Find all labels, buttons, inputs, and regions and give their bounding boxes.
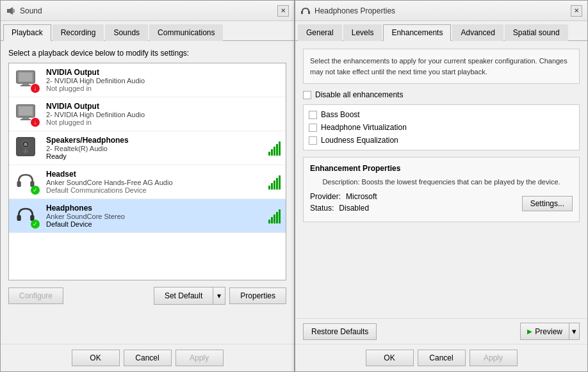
sound-window-title: Sound	[20, 6, 42, 15]
apply-button[interactable]: Apply	[176, 350, 224, 366]
device-name: NVIDIA Output	[46, 102, 281, 111]
device-sub: Anker SoundCore Stereo	[46, 213, 262, 220]
headphones-window-icon	[300, 6, 311, 16]
bar	[268, 152, 270, 156]
svg-rect-4	[22, 83, 29, 85]
headphones-apply-button[interactable]: Apply	[470, 350, 518, 366]
provider-value: Microsoft	[346, 192, 377, 201]
device-info: Headphones Anker SoundCore Stereo Defaul…	[46, 204, 262, 228]
ok-button[interactable]: OK	[72, 350, 120, 366]
device-icon-wrap: ✓	[14, 169, 40, 195]
bar	[276, 212, 278, 223]
headphones-action-row: Restore Defaults ▶ Preview ▾	[295, 318, 587, 344]
description-label: Description:	[322, 178, 359, 186]
device-info: Speakers/Headphones 2- Realtek(R) Audio …	[46, 136, 262, 160]
configure-button[interactable]: Configure	[8, 287, 63, 304]
sound-window-icon	[6, 6, 16, 16]
svg-rect-3	[19, 72, 33, 81]
properties-button[interactable]: Properties	[229, 287, 286, 304]
sound-content: Select a playback device below to modify…	[1, 41, 294, 344]
svg-rect-22	[308, 11, 310, 14]
device-list[interactable]: ↓ NVIDIA Output 2- NVIDIA High Definitio…	[8, 63, 286, 280]
tab-spatial-sound[interactable]: Spatial sound	[505, 24, 568, 41]
bar	[279, 175, 281, 190]
headphone-virtualization-checkbox[interactable]	[309, 124, 317, 132]
set-default-button[interactable]: Set Default	[154, 287, 213, 304]
cancel-button[interactable]: Cancel	[124, 350, 172, 366]
sound-dialog-buttons: OK Cancel Apply	[1, 344, 294, 371]
device-sub: 2- NVIDIA High Definition Audio	[46, 77, 281, 85]
device-status: Not plugged in	[46, 118, 281, 126]
device-status: Default Communications Device	[46, 186, 262, 194]
provider-row: Provider: Microsoft	[310, 192, 377, 201]
headphone-virtualization-label: Headphone Virtualization	[321, 123, 407, 132]
bass-boost-checkbox[interactable]	[309, 111, 317, 119]
device-action-buttons: Configure Set Default ▾ Properties	[8, 287, 286, 305]
sound-titlebar: Sound ✕	[1, 1, 294, 21]
tab-enhancements[interactable]: Enhancements	[383, 24, 451, 41]
tab-playback[interactable]: Playback	[3, 24, 51, 41]
svg-rect-0	[7, 9, 10, 13]
restore-defaults-button[interactable]: Restore Defaults	[303, 323, 377, 340]
enhancement-properties: Enhancement Properties Description: Boos…	[303, 157, 580, 222]
device-name: Headset	[46, 170, 262, 179]
device-status-badge: ↓	[31, 118, 40, 127]
device-status-badge: ✓	[31, 220, 40, 229]
device-item[interactable]: Speakers/Headphones 2- Realtek(R) Audio …	[9, 131, 286, 165]
svg-point-14	[25, 150, 27, 152]
bar	[271, 183, 273, 190]
enhancement-item[interactable]: Bass Boost	[309, 110, 574, 119]
enhancement-item[interactable]: Loudness Equalization	[309, 136, 574, 145]
disable-all-label: Disable all enhancements	[315, 90, 403, 99]
signal-bars	[268, 140, 281, 156]
loudness-equalization-checkbox[interactable]	[309, 136, 317, 145]
bar	[279, 142, 281, 156]
section-label: Select a playback device below to modify…	[8, 49, 286, 58]
status-row: Status: Disabled	[310, 204, 377, 213]
disable-all-checkbox-input[interactable]	[303, 91, 311, 99]
bar	[268, 220, 270, 223]
device-item-selected[interactable]: ✓ Headphones Anker SoundCore Stereo Defa…	[9, 199, 286, 233]
device-icon-wrap: ↓	[14, 67, 40, 93]
svg-rect-15	[17, 181, 21, 187]
disable-all-checkbox[interactable]: Disable all enhancements	[303, 90, 580, 99]
enhancement-properties-desc: Description: Boosts the lowest frequenci…	[310, 178, 573, 186]
device-status: Ready	[46, 152, 262, 160]
speaker-icon	[14, 135, 37, 158]
preview-button[interactable]: ▶ Preview	[521, 323, 569, 339]
svg-rect-8	[22, 117, 29, 119]
tab-recording[interactable]: Recording	[53, 24, 104, 41]
tab-general[interactable]: General	[298, 24, 342, 41]
settings-button[interactable]: Settings...	[522, 196, 573, 211]
svg-rect-9	[20, 119, 31, 120]
play-icon: ▶	[527, 328, 532, 335]
device-item[interactable]: ↓ NVIDIA Output 2- NVIDIA High Definitio…	[9, 63, 286, 97]
enhancement-item[interactable]: Headphone Virtualization	[309, 123, 574, 132]
device-info: Headset Anker SoundCore Hands-Free AG Au…	[46, 170, 262, 194]
set-default-dropdown[interactable]: ▾	[213, 287, 225, 304]
bass-boost-label: Bass Boost	[321, 110, 360, 119]
headphones-ok-button[interactable]: OK	[366, 350, 414, 366]
loudness-equalization-label: Loudness Equalization	[321, 136, 398, 145]
tab-advanced[interactable]: Advanced	[452, 24, 503, 41]
sound-tabs: Playback Recording Sounds Communications	[1, 21, 294, 41]
headphones-cancel-button[interactable]: Cancel	[418, 350, 466, 366]
device-name: Speakers/Headphones	[46, 136, 262, 145]
svg-rect-21	[301, 11, 303, 14]
device-sub: 2- NVIDIA High Definition Audio	[46, 111, 281, 118]
device-item[interactable]: ✓ Headset Anker SoundCore Hands-Free AG …	[9, 165, 286, 199]
tab-sounds[interactable]: Sounds	[105, 24, 148, 41]
preview-label: Preview	[535, 327, 562, 336]
sound-close-button[interactable]: ✕	[277, 5, 289, 17]
headphones-window-title: Headphones Properties	[314, 6, 395, 15]
headphones-close-button[interactable]: ✕	[571, 5, 582, 17]
bar	[274, 147, 275, 156]
tab-communications[interactable]: Communications	[149, 24, 223, 41]
device-icon-wrap	[14, 135, 40, 161]
set-default-group: Set Default ▾	[154, 287, 225, 305]
device-icon-wrap: ✓	[14, 203, 40, 229]
signal-bars	[268, 174, 281, 190]
device-item[interactable]: ↓ NVIDIA Output 2- NVIDIA High Definitio…	[9, 97, 286, 131]
tab-levels[interactable]: Levels	[343, 24, 382, 41]
preview-dropdown-button[interactable]: ▾	[569, 323, 579, 339]
